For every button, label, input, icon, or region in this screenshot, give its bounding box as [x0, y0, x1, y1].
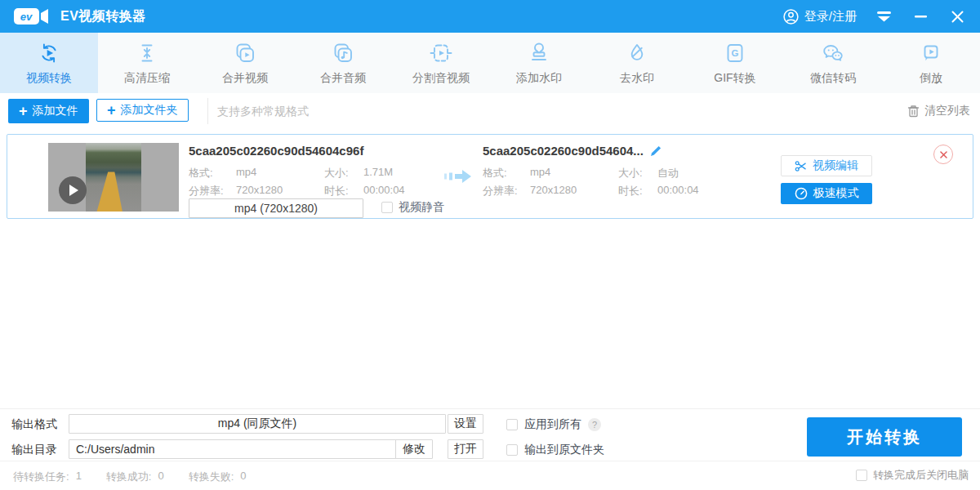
tab-remove-watermark[interactable]: 去水印 — [588, 33, 686, 93]
target-file-name-row: 5caa205c02260c90d54604... — [483, 144, 662, 158]
remove-file-icon — [940, 151, 947, 158]
tab-reverse-play[interactable]: 倒放 — [882, 33, 980, 93]
source-file-name: 5caa205c02260c90d54604c96f — [189, 144, 363, 158]
settings-label: 设置 — [454, 416, 477, 431]
failed-stat: 转换失败: 0 — [189, 470, 247, 484]
size-value: 1.71M — [363, 166, 393, 180]
modify-label: 修改 — [403, 442, 425, 457]
output-settings-panel: 输出格式 设置 应用到所有 ? 输出目录 修改 打开 输出到原文件夹 开始转换 — [0, 408, 980, 461]
clear-list-label: 清空列表 — [924, 104, 970, 118]
tab-label: 添加水印 — [516, 71, 562, 86]
fast-mode-label: 极速模式 — [813, 186, 859, 201]
resolution-value: 720x1280 — [236, 184, 324, 198]
logo-text: ev — [20, 11, 33, 23]
video-edit-button[interactable]: 视频编辑 — [781, 155, 872, 176]
apply-all-label: 应用到所有 — [524, 417, 581, 432]
format-label: 格式: — [189, 166, 236, 180]
add-file-button[interactable]: + 添加文件 — [8, 99, 89, 123]
add-folder-button[interactable]: + 添加文件夹 — [96, 99, 189, 122]
tab-gif-convert[interactable]: G GIF转换 — [686, 33, 784, 93]
plus-icon: + — [107, 103, 116, 118]
task-stats: 待转换任务: 1 转换成功: 0 转换失败: 0 — [13, 470, 247, 484]
modify-dir-button[interactable]: 修改 — [395, 439, 433, 459]
output-dir-input[interactable] — [69, 439, 400, 459]
play-icon — [69, 185, 78, 196]
target-meta-row: 分辨率: 720x1280 时长: 00:00:04 — [483, 184, 699, 198]
split-av-icon — [429, 41, 453, 65]
help-icon[interactable]: ? — [588, 418, 601, 431]
login-label: 登录/注册 — [804, 9, 857, 24]
tab-label: 合并视频 — [222, 71, 268, 86]
open-dir-button[interactable]: 打开 — [448, 439, 483, 459]
tab-split-av[interactable]: 分割音视频 — [392, 33, 490, 93]
size-value: 自动 — [657, 166, 679, 180]
settings-button[interactable]: 设置 — [448, 414, 483, 434]
merge-audio-icon — [331, 41, 355, 65]
ev-logo-icon: ev — [13, 7, 51, 26]
tab-add-watermark[interactable]: 添加水印 — [490, 33, 588, 93]
tab-label: 高清压缩 — [124, 71, 170, 86]
minimize-button[interactable] — [915, 16, 927, 18]
output-to-source-checkbox[interactable] — [506, 444, 518, 456]
close-window-button[interactable] — [951, 11, 964, 23]
size-label: 大小: — [618, 166, 657, 180]
output-preset-dropdown[interactable]: mp4 (720x1280) — [189, 198, 363, 218]
mute-checkbox[interactable] — [381, 202, 393, 213]
video-thumbnail[interactable] — [48, 143, 179, 212]
wechat-icon — [821, 41, 845, 65]
success-label: 转换成功: — [106, 470, 152, 484]
compress-icon — [135, 41, 159, 65]
target-meta-row: 格式: mp4 大小: 自动 — [483, 166, 679, 180]
fast-mode-button[interactable]: 极速模式 — [781, 183, 872, 204]
success-value: 0 — [158, 470, 163, 484]
tab-merge-audio[interactable]: 合并音频 — [294, 33, 392, 93]
failed-value: 0 — [240, 470, 246, 484]
scissors-icon — [795, 160, 807, 172]
tab-wechat-transcode[interactable]: 微信转码 — [784, 33, 882, 93]
output-format-input[interactable] — [69, 414, 446, 434]
tab-label: 倒放 — [920, 71, 942, 86]
failed-label: 转换失败: — [189, 470, 234, 484]
speedometer-icon — [795, 187, 808, 200]
formats-hint: 支持多种常规格式 — [217, 105, 309, 119]
merge-video-icon — [233, 41, 257, 65]
shutdown-label: 转换完成后关闭电脑 — [873, 468, 969, 483]
remove-file-button[interactable] — [933, 145, 953, 164]
output-format-label: 输出格式 — [11, 414, 57, 434]
format-value: mp4 — [530, 166, 618, 180]
app-logo: ev — [13, 7, 51, 26]
source-meta-row: 格式: mp4 大小: 1.71M — [189, 166, 393, 180]
clear-list-button[interactable]: 清空列表 — [907, 104, 970, 118]
resolution-value: 720x1280 — [530, 184, 618, 198]
tab-label: 合并音频 — [320, 71, 366, 86]
trash-icon — [907, 105, 920, 118]
tab-video-convert[interactable]: 视频转换 — [0, 33, 98, 93]
status-bar: 待转换任务: 1 转换成功: 0 转换失败: 0 转换完成后关闭电脑 — [0, 461, 980, 490]
start-convert-button[interactable]: 开始转换 — [807, 417, 962, 457]
play-button[interactable] — [59, 176, 87, 204]
open-label: 打开 — [454, 442, 477, 457]
mute-option: 视频静音 — [381, 200, 444, 215]
tab-hd-compress[interactable]: 高清压缩 — [98, 33, 196, 93]
duration-value: 00:00:04 — [363, 184, 405, 198]
edit-name-icon[interactable] — [650, 145, 662, 157]
shutdown-checkbox[interactable] — [856, 470, 867, 481]
tab-merge-video[interactable]: 合并视频 — [196, 33, 294, 93]
login-register-button[interactable]: 登录/注册 — [783, 9, 857, 24]
video-edit-label: 视频编辑 — [813, 158, 858, 173]
add-folder-label: 添加文件夹 — [121, 103, 178, 118]
apply-all-option: 应用到所有 ? — [506, 417, 601, 432]
feature-tab-bar: 视频转换 高清压缩 合并视频 — [0, 33, 980, 94]
divider — [207, 98, 208, 124]
output-to-source-option: 输出到原文件夹 — [506, 443, 604, 457]
mute-label: 视频静音 — [399, 200, 444, 215]
target-file-name: 5caa205c02260c90d54604... — [483, 144, 644, 158]
output-dir-label: 输出目录 — [11, 439, 57, 459]
resolution-label: 分辨率: — [189, 184, 236, 198]
apply-all-checkbox[interactable] — [506, 419, 518, 430]
app-title: EV视频转换器 — [60, 8, 146, 25]
add-file-label: 添加文件 — [33, 104, 78, 118]
tab-label: 分割音视频 — [412, 71, 470, 86]
main-menu-button[interactable] — [876, 11, 892, 22]
droplet-slash-icon — [625, 41, 649, 65]
